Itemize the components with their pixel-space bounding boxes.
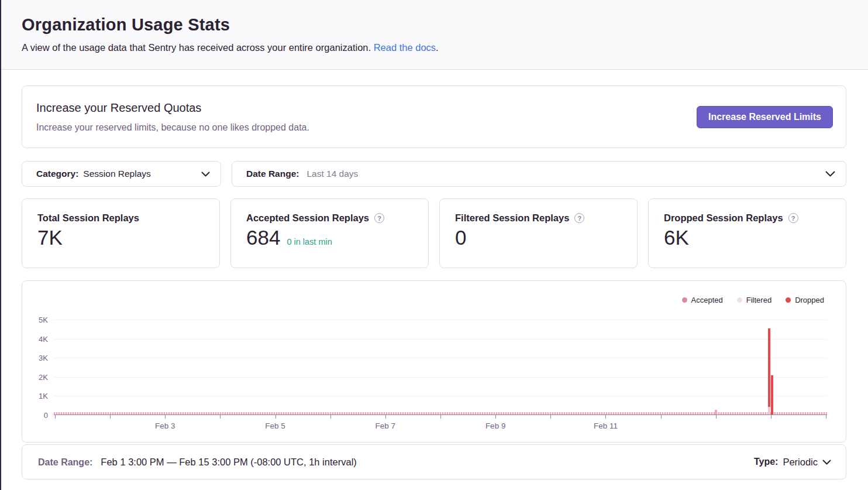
date-range-dropdown-label: Date Range: [246, 169, 299, 179]
chart-footer-daterange-label: Date Range: [38, 457, 92, 468]
x-axis-tick [716, 414, 717, 419]
scorecard-total: Total Session Replays 7K [22, 198, 220, 268]
chevron-down-icon [201, 172, 210, 177]
legend-item-filtered[interactable]: Filtered [737, 296, 771, 304]
category-dropdown-value: Session Replays [83, 169, 150, 179]
help-icon[interactable] [574, 213, 584, 223]
scorecard-dropped: Dropped Session Replays 6K [648, 198, 846, 268]
x-axis-tick [826, 414, 826, 419]
chart-type-dropdown[interactable]: Type: Periodic [754, 457, 831, 468]
scorecard-accepted: Accepted Session Replays 684 0 in last m… [230, 198, 429, 268]
x-axis-tick-label: Feb 5 [265, 422, 285, 430]
usage-chart-panel: Accepted Filtered Dropped 01K2K3K4K5KFeb… [22, 280, 846, 443]
date-range-dropdown[interactable]: Date Range: Last 14 days [232, 161, 846, 187]
quota-banner-text: Increase your Reserved Quotas Increase y… [36, 101, 309, 133]
x-axis-tick [385, 414, 386, 419]
help-icon[interactable] [374, 213, 384, 223]
accepted-bar[interactable] [768, 407, 770, 414]
x-axis-tick [495, 414, 496, 419]
chart-type-label: Type: [754, 457, 778, 467]
dropped-bar[interactable] [768, 328, 770, 407]
legend-item-dropped[interactable]: Dropped [786, 296, 824, 304]
chart-legend: Accepted Filtered Dropped [682, 296, 824, 304]
scorecard-value: 7K [37, 226, 63, 249]
y-axis-tick-label: 0 [25, 411, 48, 420]
chart-footer-daterange-value: Feb 1 3:00 PM — Feb 15 3:00 PM (-08:00 U… [101, 457, 356, 468]
date-range-dropdown-value: Last 14 days [306, 169, 358, 179]
chevron-down-icon [822, 460, 831, 465]
y-axis-tick-label: 4K [25, 334, 48, 343]
x-axis-tick-label: Feb 11 [594, 422, 618, 430]
page-subtitle-text: A view of the usage data that Sentry has… [22, 42, 374, 53]
gridline [54, 320, 827, 320]
accepted-series-dot-icon [682, 297, 687, 303]
x-axis-tick-label: Feb 7 [376, 422, 396, 430]
x-axis-tick-label: Feb 9 [485, 422, 506, 430]
y-axis-tick-label: 1K [25, 392, 48, 400]
main-content: Increase your Reserved Quotas Increase y… [0, 70, 868, 479]
scorecard-value: 684 [246, 226, 280, 249]
scorecard-row: Total Session Replays 7K Accepted Sessio… [22, 198, 846, 268]
scorecard-live-rate: 0 in last min [287, 237, 332, 246]
read-the-docs-link[interactable]: Read the docs [374, 42, 436, 53]
scorecard-value: 0 [455, 226, 466, 249]
y-axis-tick-label: 3K [25, 354, 48, 362]
page-subtitle-period: . [436, 42, 439, 53]
x-axis-tick [550, 414, 551, 419]
x-axis-tick [55, 414, 56, 419]
y-axis-tick-label: 5K [25, 316, 48, 324]
accepted-baseline-bars[interactable] [54, 412, 827, 414]
scorecard-title: Filtered Session Replays [455, 213, 569, 224]
dropped-series-dot-icon [786, 297, 791, 303]
category-dropdown-label: Category: [36, 169, 78, 179]
gridline [54, 396, 827, 396]
accepted-bar[interactable] [715, 410, 717, 414]
gridline [54, 377, 827, 378]
x-axis-tick [275, 414, 276, 419]
y-axis-tick-label: 2K [25, 372, 48, 381]
page-subtitle: A view of the usage data that Sentry has… [22, 42, 846, 53]
x-axis-tick [110, 414, 111, 419]
chart-plot[interactable]: 01K2K3K4K5KFeb 3Feb 5Feb 7Feb 9Feb 11 [54, 320, 827, 415]
chart-footer: Date Range: Feb 1 3:00 PM — Feb 15 3:00 … [22, 444, 846, 479]
quota-banner-description: Increase your reserved limits, because n… [36, 122, 309, 133]
dropped-bar[interactable] [771, 375, 773, 414]
gridline [54, 358, 827, 358]
chart-footer-daterange: Date Range: Feb 1 3:00 PM — Feb 15 3:00 … [38, 457, 357, 468]
scorecard-title: Dropped Session Replays [664, 213, 783, 224]
quota-banner: Increase your Reserved Quotas Increase y… [22, 85, 846, 148]
scorecard-filtered: Filtered Session Replays 0 [439, 198, 638, 268]
scorecard-value: 6K [664, 226, 689, 249]
scorecard-title: Total Session Replays [37, 213, 139, 224]
gridline [54, 339, 827, 340]
page-title: Organization Usage Stats [22, 15, 846, 35]
category-dropdown[interactable]: Category: Session Replays [22, 161, 221, 187]
chevron-down-icon [825, 171, 835, 177]
x-axis-tick [165, 414, 166, 419]
x-axis-tick [605, 414, 606, 419]
increase-reserved-limits-button[interactable]: Increase Reserved Limits [697, 106, 833, 128]
x-axis-tick [220, 414, 221, 419]
help-icon[interactable] [788, 213, 798, 223]
sidebar-edge-strip [0, 0, 1, 490]
x-axis-tick [440, 414, 441, 419]
filter-row: Category: Session Replays Date Range: La… [22, 161, 846, 187]
legend-item-accepted[interactable]: Accepted [682, 296, 723, 304]
scorecard-title: Accepted Session Replays [246, 213, 369, 224]
filtered-series-dot-icon [737, 297, 742, 303]
quota-banner-title: Increase your Reserved Quotas [36, 101, 309, 115]
chart-type-value: Periodic [783, 457, 818, 468]
x-axis-tick [771, 414, 771, 419]
x-axis-tick [330, 414, 331, 419]
x-axis-tick [661, 414, 662, 419]
x-axis-tick-label: Feb 3 [155, 422, 175, 430]
page-header: Organization Usage Stats A view of the u… [0, 0, 868, 70]
